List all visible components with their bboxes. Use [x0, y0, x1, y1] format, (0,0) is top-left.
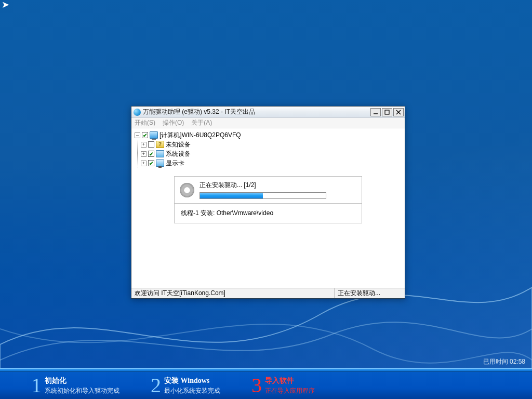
- step-sub: 正在导入应用程序: [265, 387, 315, 395]
- step-number: 2: [151, 375, 161, 396]
- step-sub: 系统初始化和导入驱动完成: [45, 387, 119, 395]
- driver-installer-window: 万能驱动助理 (e驱动) v5.32 - IT天空出品 开始(S) 操作(O) …: [131, 106, 405, 299]
- statusbar-left: 欢迎访问 IT天空[iTianKong.Com]: [131, 288, 335, 298]
- tree-branch: [135, 140, 141, 149]
- display-adapter-icon: [156, 159, 164, 167]
- progress-bar: [200, 192, 326, 199]
- progress-detail: 线程-1 安装: Other\Vmware\video: [175, 204, 362, 223]
- menu-operate[interactable]: 操作(O): [163, 118, 184, 127]
- tree-branch: [135, 149, 141, 158]
- progress-bar-fill: [200, 193, 263, 198]
- maximize-button[interactable]: [382, 108, 392, 116]
- step-1: 1 初始化 系统初始化和导入驱动完成: [31, 372, 119, 399]
- statusbar: 欢迎访问 IT天空[iTianKong.Com] 正在安装驱动...: [131, 288, 405, 298]
- menu-start[interactable]: 开始(S): [135, 118, 155, 127]
- expander-icon[interactable]: [141, 161, 147, 166]
- menu-about[interactable]: 关于(A): [191, 118, 212, 127]
- step-number: 3: [251, 375, 262, 396]
- elapsed-label: 已用时间: [483, 358, 508, 365]
- elapsed-value: 02:58: [510, 358, 525, 365]
- window-title: 万能驱动助理 (e驱动) v5.32 - IT天空出品: [143, 108, 370, 116]
- step-sub: 最小化系统安装完成: [164, 387, 220, 395]
- app-icon: [134, 109, 141, 116]
- titlebar[interactable]: 万能驱动助理 (e驱动) v5.32 - IT天空出品: [131, 107, 405, 118]
- menubar: 开始(S) 操作(O) 关于(A): [131, 118, 405, 128]
- desktop: ➤ 万能驱动助理 (e驱动) v5.32 - IT天空出品: [0, 0, 532, 399]
- step-number: 1: [31, 375, 42, 396]
- checkbox[interactable]: [148, 151, 154, 157]
- checkbox[interactable]: [148, 141, 154, 148]
- checkbox[interactable]: [148, 160, 154, 166]
- step-title: 安装 Windows: [164, 376, 220, 385]
- expander-icon[interactable]: [141, 151, 147, 157]
- bottom-divider: [0, 368, 532, 372]
- device-tree: [计算机]WIN-6U8Q2PQ6VFQ 未知设备 系统设备: [131, 128, 405, 173]
- elapsed-time: 已用时间 02:58: [483, 357, 525, 366]
- tree-branch: [135, 158, 141, 168]
- tree-node-unknown[interactable]: 未知设备: [135, 140, 402, 149]
- tree-label: 未知设备: [166, 140, 191, 149]
- statusbar-right: 正在安装驱动...: [335, 288, 405, 298]
- expander-icon[interactable]: [135, 132, 140, 138]
- tree-node-display[interactable]: 显示卡: [135, 158, 402, 168]
- gear-icon: [180, 183, 194, 197]
- tree-node-system[interactable]: 系统设备: [135, 149, 402, 158]
- step-2: 2 安装 Windows 最小化系统安装完成: [151, 372, 220, 399]
- close-button[interactable]: [393, 108, 404, 116]
- progress-panel: 正在安装驱动... [1/2] 线程-1 安装: Other\Vmware\vi…: [174, 176, 362, 223]
- tree-label: [计算机]WIN-6U8Q2PQ6VFQ: [159, 131, 241, 140]
- expander-icon[interactable]: [141, 142, 147, 148]
- unknown-device-icon: [156, 141, 164, 148]
- step-3: 3 导入软件 正在导入应用程序: [251, 372, 315, 399]
- cursor-icon: ➤: [2, 0, 9, 10]
- tree-node-computer[interactable]: [计算机]WIN-6U8Q2PQ6VFQ: [135, 130, 402, 140]
- step-title: 初始化: [45, 376, 119, 385]
- install-steps-bar: 1 初始化 系统初始化和导入驱动完成 2 安装 Windows 最小化系统安装完…: [0, 372, 532, 399]
- computer-icon: [150, 131, 158, 139]
- tree-label: 显示卡: [166, 159, 184, 168]
- tree-label: 系统设备: [166, 150, 191, 158]
- system-device-icon: [156, 150, 164, 157]
- step-title: 导入软件: [265, 376, 315, 385]
- minimize-button[interactable]: [370, 108, 381, 116]
- svg-rect-1: [385, 110, 389, 114]
- progress-title: 正在安装驱动... [1/2]: [200, 181, 356, 190]
- checkbox[interactable]: [142, 132, 148, 138]
